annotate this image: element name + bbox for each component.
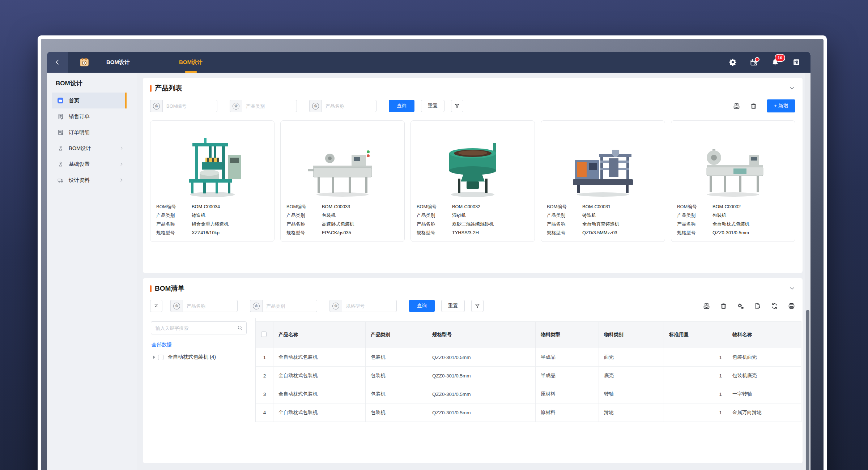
spec-value: QZD/3.5MMzz03: [582, 230, 617, 236]
tab-workspace[interactable]: BOM设计: [106, 52, 130, 73]
field-label: 规格型号: [286, 230, 322, 236]
contains-icon[interactable]: 含: [150, 100, 162, 112]
all-data-link[interactable]: 全部数据: [152, 342, 247, 348]
contains-icon[interactable]: 含: [170, 300, 183, 312]
tab-bom-design[interactable]: BOM设计: [179, 52, 203, 73]
select-all-checkbox[interactable]: [261, 332, 267, 337]
filter-icon[interactable]: [451, 100, 463, 112]
refresh-icon[interactable]: [771, 302, 778, 310]
field-label: BOM编号: [417, 204, 452, 210]
page-scrollbar[interactable]: [805, 73, 810, 470]
file-export-icon[interactable]: [754, 302, 761, 310]
name-value: 双砂三混连续混砂机: [452, 221, 494, 227]
bom-no-value: BOM-C00031: [582, 204, 610, 210]
field-label: BOM编号: [677, 204, 712, 210]
product-image-pillow-packing-machine: [671, 121, 795, 198]
gear-list-icon[interactable]: [737, 302, 744, 310]
window-frame: BOM设计 BOM设计: [38, 35, 827, 470]
sidebar-item-sales-order[interactable]: 销售订单: [52, 108, 127, 124]
main-content: 产品列表 含 含 含: [137, 73, 810, 470]
contains-icon[interactable]: 含: [250, 300, 262, 312]
table-row[interactable]: 2 全自动枕式包装机 包装机 QZZ0-301/0.5mm 半成品 底壳 1 包…: [256, 367, 801, 385]
tree-node-checkbox[interactable]: [158, 355, 163, 360]
bell-icon[interactable]: 16: [771, 58, 779, 67]
table-row[interactable]: 1 全自动枕式包装机 包装机 QZZ0-301/0.5mm 半成品 面壳 1 包…: [256, 348, 801, 367]
cell-material-name: 包装机面壳: [727, 348, 801, 367]
filter-icon[interactable]: [471, 300, 484, 312]
name-value: 全自动真空铸造机: [582, 221, 619, 227]
contains-icon[interactable]: 含: [230, 100, 242, 112]
gear-icon[interactable]: [729, 58, 737, 66]
col-standard-qty: 标准用量: [664, 322, 727, 348]
export-icon[interactable]: [733, 102, 740, 110]
product-card[interactable]: BOM编号BOM-C00033 产品类别包装机 产品名称高速卧式包装机 规格型号…: [280, 120, 405, 242]
cell-material-type: 半成品: [536, 367, 599, 385]
section-bar: [150, 85, 152, 92]
back-button[interactable]: [47, 52, 68, 73]
contains-icon[interactable]: 含: [329, 300, 342, 312]
col-material-name: 物料名称: [727, 322, 801, 348]
reset-button[interactable]: 重置: [441, 300, 465, 312]
base-settings-icon: [56, 161, 64, 168]
product-category-input[interactable]: [242, 100, 297, 112]
product-name-input[interactable]: [183, 300, 238, 312]
row-index: 1: [256, 348, 273, 367]
sidebar-menu: 首页 销售订单 订单明细: [47, 91, 137, 188]
sidebar-item-design-data[interactable]: 设计资料: [52, 172, 127, 188]
row-index: 4: [256, 403, 273, 422]
add-button[interactable]: + 新增: [767, 99, 795, 112]
app-window: BOM设计 BOM设计: [47, 52, 810, 470]
cell-product-name: 全自动枕式包装机: [273, 403, 366, 422]
sidebar-item-home[interactable]: 首页: [52, 93, 127, 108]
print-icon[interactable]: [788, 302, 795, 310]
cell-material-name: 一字转轴: [727, 385, 801, 403]
export-icon[interactable]: [703, 302, 710, 310]
product-card[interactable]: BOM编号BOM-C00032 产品类别混砂机 产品名称双砂三混连续混砂机 规格…: [410, 120, 535, 242]
tab-workspace-label: BOM设计: [106, 59, 130, 66]
bom-filters: 含 含 含 查询 重置: [150, 300, 795, 312]
chevron-down-icon[interactable]: [789, 85, 795, 91]
cell-material-category: 底壳: [599, 367, 664, 385]
product-card[interactable]: BOM编号BOM-C00034 产品类别铸造机 产品名称铝合金重力铸造机 规格型…: [150, 120, 275, 242]
sidebar-item-bom-design[interactable]: BOM设计: [52, 140, 127, 156]
tree-node[interactable]: 全自动枕式包装机 (4): [151, 354, 247, 360]
active-tab-underline: [185, 71, 197, 73]
spec-value: QZZ0-301/0.5mm: [712, 230, 749, 236]
cell-product-name: 全自动枕式包装机: [273, 348, 366, 367]
order-detail-icon: [56, 129, 64, 136]
product-card[interactable]: BOM编号BOM-C00002 产品类别包装机 产品名称全自动枕式包装机 规格型…: [671, 120, 795, 242]
bom-no-input[interactable]: [162, 100, 217, 112]
sidebar-title: BOM设计: [47, 73, 137, 91]
col-spec: 规格型号: [427, 322, 536, 348]
calendar-alert-icon[interactable]: [750, 58, 758, 67]
table-row[interactable]: 3 全自动枕式包装机 包装机 QZZ0-301/0.5mm 原材料 转轴 1 一…: [256, 385, 801, 403]
col-product-category: 产品类别: [366, 322, 427, 348]
product-card[interactable]: BOM编号BOM-C00031 产品类别铸造机 产品名称全自动真空铸造机 规格型…: [541, 120, 665, 242]
delete-icon[interactable]: [720, 302, 727, 310]
spec-value: TYHSS/3-2H: [452, 230, 479, 236]
collapse-top-icon[interactable]: [150, 300, 162, 312]
sidebar-item-order-detail[interactable]: 订单明细: [52, 124, 127, 140]
apps-icon[interactable]: [792, 58, 800, 66]
chevron-down-icon[interactable]: [789, 285, 795, 292]
reset-button[interactable]: 重置: [421, 100, 444, 112]
sidebar-item-base-settings[interactable]: 基础设置: [52, 156, 127, 172]
scrollbar-thumb[interactable]: [806, 310, 809, 470]
table-row[interactable]: 4 全自动枕式包装机 包装机 QZZ0-301/0.5mm 原材料 滑轮 1 金…: [256, 403, 801, 422]
spec-input[interactable]: [342, 300, 397, 312]
frame-backdrop: BOM设计 BOM设计: [41, 39, 824, 470]
query-button[interactable]: 查询: [389, 100, 414, 112]
notification-dot: [755, 57, 760, 62]
contains-icon[interactable]: 含: [309, 100, 322, 112]
bom-design-icon: [56, 145, 64, 152]
product-filters: 含 含 含 查询 重置: [150, 99, 795, 112]
field-label: 产品名称: [417, 221, 452, 227]
query-button[interactable]: 查询: [409, 300, 435, 312]
caret-right-icon[interactable]: [153, 355, 155, 359]
product-category-input[interactable]: [262, 300, 317, 312]
product-name-input[interactable]: [322, 100, 376, 112]
delete-icon[interactable]: [750, 102, 757, 110]
field-label: 产品名称: [286, 221, 322, 227]
sidebar-item-label: 销售订单: [69, 113, 90, 120]
tree-search-input[interactable]: [151, 321, 247, 334]
